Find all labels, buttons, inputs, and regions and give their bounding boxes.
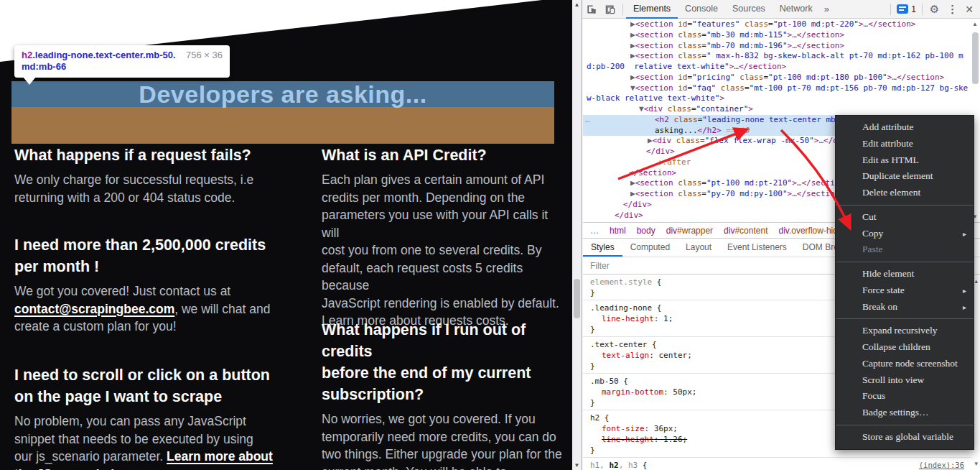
css-property-value: : 1.26; bbox=[654, 435, 687, 444]
tree-row[interactable]: ▶<section class=" max-h-832 bg-skew-blac… bbox=[583, 51, 971, 62]
faq-text: default, each request costs 5 credits be… bbox=[322, 261, 523, 293]
toolbar-separator bbox=[622, 4, 623, 15]
faq-answer-line: two things. Either upgrade your plan for… bbox=[322, 446, 566, 464]
menu-item-label: Add attribute bbox=[862, 121, 914, 132]
tree-row[interactable]: ▶<section id="features" class="pt-100 md… bbox=[583, 19, 971, 30]
tree-row[interactable]: ▼<section id="faq" class="mt-100 pt-70 m… bbox=[583, 83, 971, 94]
code-segment: <section bbox=[635, 73, 673, 82]
gear-icon[interactable]: ⚙ bbox=[925, 3, 943, 16]
faq-link[interactable]: contact@scrapingbee.com bbox=[14, 302, 174, 316]
code-segment bbox=[716, 83, 721, 93]
sidebar-tab-styles[interactable]: Styles bbox=[583, 239, 622, 257]
menu-item-copy[interactable]: Copy▸ bbox=[836, 226, 974, 242]
menu-item-scroll-into-view[interactable]: Scroll into view bbox=[836, 372, 974, 389]
code-segment: { bbox=[652, 277, 661, 287]
issues-badge[interactable]: 1 bbox=[894, 4, 919, 14]
code-segment: = bbox=[700, 136, 705, 145]
code-segment: ▼ bbox=[639, 104, 644, 114]
submenu-arrow-icon: ▸ bbox=[963, 300, 966, 316]
code-segment: "container" bbox=[696, 104, 749, 114]
devtools-tabs: ElementsConsoleSourcesNetwork bbox=[626, 0, 820, 19]
context-menu-group: Hide elementForce state▸Break on▸ bbox=[836, 262, 974, 315]
styles-scroll-down-icon[interactable]: ▾ bbox=[974, 460, 978, 467]
tree-row[interactable]: w-black relative text-white"> bbox=[583, 93, 971, 104]
code-segment: <section bbox=[635, 41, 673, 50]
menu-item-focus[interactable]: Focus bbox=[836, 388, 974, 405]
tooltip-tail bbox=[23, 77, 36, 85]
filter-input[interactable] bbox=[583, 260, 813, 272]
menu-item-add-attribute[interactable]: Add attribute bbox=[836, 119, 974, 136]
faq-answer: No problem, you can pass any JavaScripts… bbox=[14, 413, 309, 470]
menu-item-collapse-children[interactable]: Collapse children bbox=[836, 339, 974, 356]
styles-scroll-up-icon[interactable]: ▴ bbox=[974, 277, 978, 285]
menu-item-label: Duplicate element bbox=[862, 170, 933, 181]
breadcrumb-item[interactable]: body bbox=[637, 226, 655, 236]
faq-text: returning with a 200 or 404 status code. bbox=[14, 190, 235, 205]
device-toolbar-icon[interactable] bbox=[604, 3, 617, 16]
css-selector-line[interactable]: (index):36h1, h2, h3 { bbox=[583, 460, 971, 470]
tab-network[interactable]: Network bbox=[773, 0, 820, 19]
toolbar-right-group: 1 ⚙ ⋮ ✕ bbox=[887, 3, 980, 16]
code-segment: > bbox=[748, 104, 753, 114]
faq-link[interactable]: the JS scenario here. bbox=[14, 467, 141, 470]
code-segment bbox=[669, 115, 674, 124]
code-segment: = bbox=[701, 189, 706, 198]
tree-row[interactable]: ▼<div class="container"> bbox=[583, 104, 971, 115]
code-segment: ▶ bbox=[630, 189, 635, 198]
css-property-value: : 1; bbox=[654, 314, 673, 323]
inspect-cursor-icon[interactable] bbox=[585, 3, 598, 16]
tab-elements[interactable]: Elements bbox=[626, 0, 678, 19]
code-segment: ▶ bbox=[630, 73, 635, 82]
faq-text: create a custom plan for you! bbox=[14, 319, 177, 333]
menu-item-delete-element[interactable]: Delete element bbox=[836, 185, 974, 201]
page-scrollbar-thumb[interactable] bbox=[574, 279, 580, 318]
menu-item-break-on[interactable]: Break on▸ bbox=[836, 299, 974, 315]
menu-item-edit-as-html[interactable]: Edit as HTML bbox=[836, 152, 974, 169]
menu-item-badge-settings-[interactable]: Badge settings… bbox=[836, 405, 974, 421]
code-segment: "mb-30 md:mb-115" bbox=[706, 30, 788, 40]
menu-item-cut[interactable]: Cut bbox=[836, 209, 974, 226]
elements-scroll-up-icon[interactable]: ▲ bbox=[972, 21, 978, 27]
faq-question-line: What is an API Credit? bbox=[322, 144, 566, 166]
tree-row[interactable]: ▶<section id="pricing" class="pt-100 md:… bbox=[583, 73, 971, 83]
menu-item-capture-node-screenshot[interactable]: Capture node screenshot bbox=[836, 356, 974, 372]
tree-row[interactable]: ▶<section class="mb-30 md:mb-115">…</sec… bbox=[583, 30, 971, 41]
elements-scrollbar-thumb[interactable] bbox=[972, 32, 979, 84]
menu-item-hide-element[interactable]: Hide element bbox=[836, 266, 974, 282]
breadcrumb-item[interactable]: div#wrapper bbox=[666, 226, 713, 236]
tree-row[interactable]: d:pb-200 relative text-white">…</section… bbox=[583, 62, 971, 73]
menu-item-duplicate-element[interactable]: Duplicate element bbox=[836, 168, 974, 185]
code-segment: <div bbox=[644, 104, 663, 114]
more-tabs-icon[interactable]: » bbox=[820, 0, 834, 19]
sidebar-tab-computed[interactable]: Computed bbox=[622, 239, 678, 257]
code-segment: … bbox=[734, 62, 739, 71]
kebab-menu-icon[interactable]: ⋮ bbox=[943, 3, 961, 16]
breadcrumb-item[interactable]: div#content bbox=[724, 226, 767, 236]
scroll-up-icon[interactable]: ▲ bbox=[572, 1, 582, 8]
tab-sources[interactable]: Sources bbox=[725, 0, 773, 19]
menu-item-edit-attribute[interactable]: Edit attribute bbox=[836, 136, 974, 152]
code-segment: html bbox=[610, 226, 626, 236]
code-segment: </section> bbox=[897, 73, 944, 82]
breadcrumb-item[interactable]: html bbox=[610, 226, 626, 236]
faq-item: What is an API Credit?Each plan gives a … bbox=[322, 144, 566, 330]
faq-text: No problem, you can pass any JavaScript bbox=[14, 414, 246, 428]
css-source-link[interactable]: (index):36 bbox=[919, 460, 964, 470]
breadcrumb-item[interactable]: … bbox=[590, 226, 599, 236]
menu-item-store-as-global-variable[interactable]: Store as global variable bbox=[836, 429, 974, 446]
page-scrollbar[interactable]: ▲ ▼ bbox=[572, 0, 582, 470]
faq-question-line: What happens if I run out of credits bbox=[322, 319, 566, 362]
code-segment: class bbox=[678, 178, 701, 188]
faq-answer-line: credits per month. Depending on the bbox=[322, 189, 566, 207]
tree-row[interactable]: ▶<section class="mb-70 md:mb-196">…</sec… bbox=[583, 41, 971, 52]
scroll-down-icon[interactable]: ▼ bbox=[572, 462, 582, 469]
tab-console[interactable]: Console bbox=[678, 0, 725, 19]
faq-link[interactable]: Learn more about bbox=[167, 449, 273, 464]
close-icon[interactable]: ✕ bbox=[961, 4, 980, 15]
menu-item-expand-recursively[interactable]: Expand recursively bbox=[836, 323, 974, 339]
sidebar-tab-layout[interactable]: Layout bbox=[678, 239, 719, 257]
sidebar-tab-event-listeners[interactable]: Event Listeners bbox=[719, 239, 795, 257]
code-segment: w-black relative text-white" bbox=[587, 93, 719, 103]
menu-item-force-state[interactable]: Force state▸ bbox=[836, 282, 974, 299]
css-property-name: line-height bbox=[602, 314, 654, 323]
